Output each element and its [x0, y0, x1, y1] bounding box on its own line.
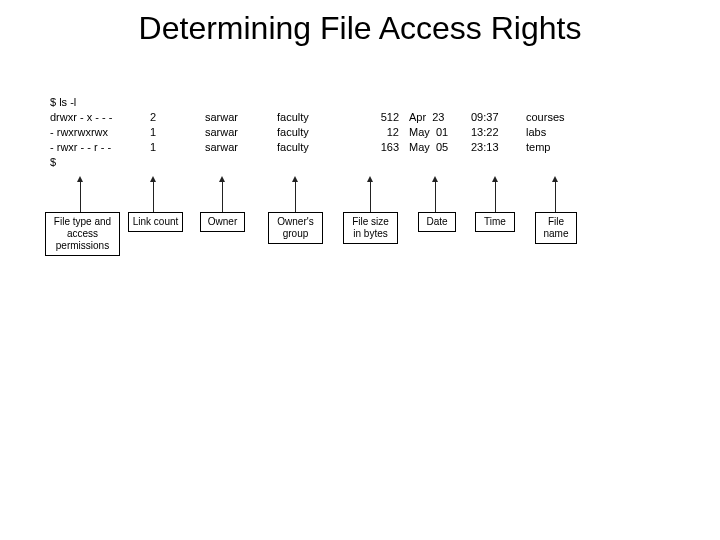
cell-perm: - rwxr - - r - -: [50, 140, 150, 155]
arrow-name-icon: [555, 182, 556, 212]
ls-diagram: $ ls -l drwxr - x - - - 2 sarwar faculty…: [50, 95, 670, 272]
label-links: Link count: [128, 212, 183, 232]
cell-owner: sarwar: [205, 140, 277, 155]
cell-name: courses: [526, 110, 596, 125]
listing-row: - rwxr - - r - - 1 sarwar faculty 163 Ma…: [50, 140, 670, 155]
cell-time: 13:22: [471, 125, 526, 140]
label-perm: File type and access permissions: [45, 212, 120, 256]
cell-name: labs: [526, 125, 596, 140]
cell-group: faculty: [277, 140, 349, 155]
labels-row: File type and access permissions Link co…: [50, 212, 670, 272]
cell-date: May 05: [409, 140, 471, 155]
cell-time: 23:13: [471, 140, 526, 155]
listing-row: - rwxrwxrwx 1 sarwar faculty 12 May 01 1…: [50, 125, 670, 140]
cell-name: temp: [526, 140, 596, 155]
arrow-time-icon: [495, 182, 496, 212]
cell-group: faculty: [277, 110, 349, 125]
slide-title: Determining File Access Rights: [0, 10, 720, 47]
arrow-links-icon: [153, 182, 154, 212]
cell-links: 1: [150, 140, 205, 155]
listing-block: $ ls -l drwxr - x - - - 2 sarwar faculty…: [50, 95, 670, 170]
label-owner: Owner: [200, 212, 245, 232]
label-group: Owner's group: [268, 212, 323, 244]
cell-group: faculty: [277, 125, 349, 140]
cell-owner: sarwar: [205, 125, 277, 140]
cell-links: 1: [150, 125, 205, 140]
cell-size: 163: [349, 140, 409, 155]
listing-row: drwxr - x - - - 2 sarwar faculty 512 Apr…: [50, 110, 670, 125]
cell-perm: - rwxrwxrwx: [50, 125, 150, 140]
arrow-size-icon: [370, 182, 371, 212]
label-date: Date: [418, 212, 456, 232]
arrow-date-icon: [435, 182, 436, 212]
cell-size: 512: [349, 110, 409, 125]
arrows-row: [50, 178, 670, 212]
cell-date: Apr 23: [409, 110, 471, 125]
cell-time: 09:37: [471, 110, 526, 125]
cell-date: May 01: [409, 125, 471, 140]
cell-perm: drwxr - x - - -: [50, 110, 150, 125]
cell-size: 12: [349, 125, 409, 140]
label-time: Time: [475, 212, 515, 232]
arrow-perm-icon: [80, 182, 81, 212]
prompt-text: $: [50, 155, 150, 170]
arrow-group-icon: [295, 182, 296, 212]
cell-owner: sarwar: [205, 110, 277, 125]
label-size: File size in bytes: [343, 212, 398, 244]
arrow-owner-icon: [222, 182, 223, 212]
command-text: $ ls -l: [50, 95, 150, 110]
cell-links: 2: [150, 110, 205, 125]
prompt-end: $: [50, 155, 670, 170]
command-line: $ ls -l: [50, 95, 670, 110]
label-name: File name: [535, 212, 577, 244]
